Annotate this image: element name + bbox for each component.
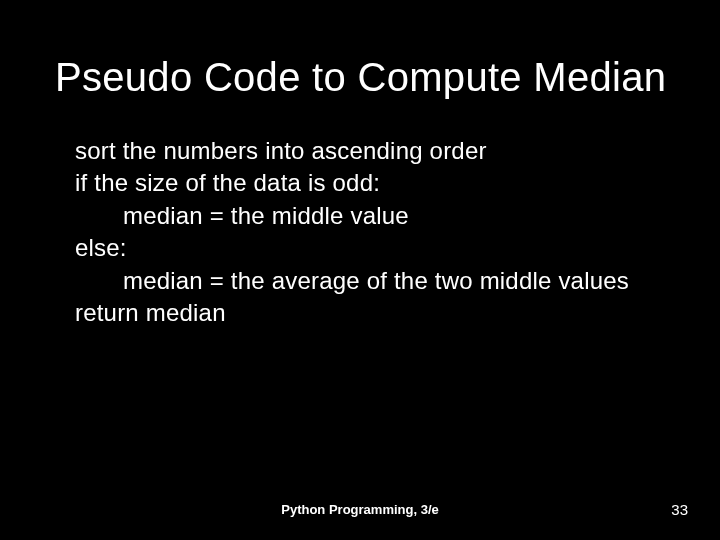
slide: Pseudo Code to Compute Median sort the n… [0,0,720,540]
pseudocode-line: if the size of the data is odd: [75,167,670,199]
slide-title: Pseudo Code to Compute Median [55,55,670,100]
pseudocode-line: sort the numbers into ascending order [75,135,670,167]
pseudocode-line: median = the middle value [75,200,670,232]
slide-footer: Python Programming, 3/e 33 [0,501,720,518]
footer-source: Python Programming, 3/e [281,502,438,517]
slide-content: sort the numbers into ascending order if… [55,135,670,329]
pseudocode-line: else: [75,232,670,264]
pseudocode-line: return median [75,297,670,329]
page-number: 33 [671,501,688,518]
pseudocode-line: median = the average of the two middle v… [75,265,670,297]
